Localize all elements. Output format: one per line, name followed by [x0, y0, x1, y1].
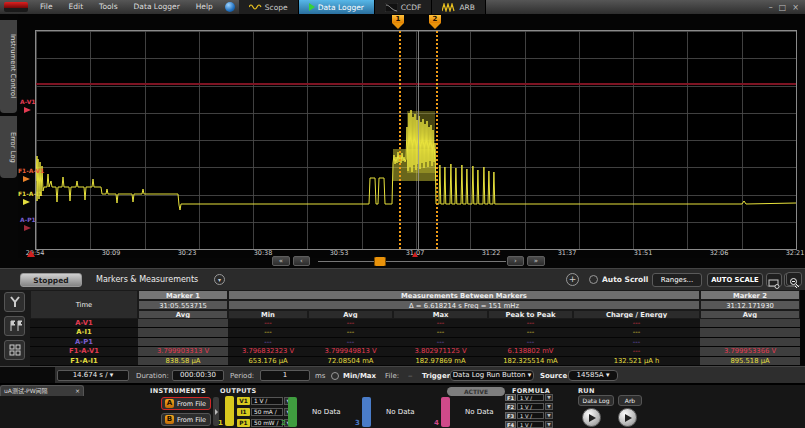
channel-1-bar[interactable] — [225, 396, 234, 426]
menu-bar: File Edit Tools Data Logger Help Scope D… — [0, 0, 805, 14]
auto-scale-button[interactable]: AUTO SCALE — [707, 273, 763, 287]
trace-pointer-a-v1[interactable] — [24, 107, 31, 113]
formula-f3-field[interactable]: 1 V / — [517, 412, 544, 419]
channel-2-number: 2 — [281, 419, 286, 427]
v1-badge[interactable]: V1 — [237, 397, 250, 405]
timescale-dropdown[interactable]: 14.674 s / ▾ — [57, 370, 129, 381]
trigger-dropdown[interactable]: Data Log Run Button ▾ — [450, 370, 534, 381]
table-cell — [138, 338, 228, 347]
formula-f2-field[interactable]: 1 V / — [517, 403, 544, 410]
trace-label-a-v1[interactable]: A-V1 — [20, 98, 36, 105]
tab-data-logger[interactable]: Data Logger — [299, 0, 375, 14]
minmax-checkbox[interactable] — [331, 372, 339, 380]
sidebar-tab-error-log[interactable]: Error Log — [0, 116, 17, 178]
formula-f4-dropdown[interactable]: ▼ — [545, 421, 553, 428]
scroll-forward-fast-button[interactable]: » — [527, 256, 545, 266]
trace-pointer-f1-a-i1[interactable] — [23, 199, 30, 205]
minmax-label: Min/Max — [343, 372, 376, 380]
tab-scope[interactable]: Scope — [239, 0, 299, 14]
formula-f2-badge[interactable]: F2 — [505, 403, 516, 410]
table-cell — [700, 328, 800, 337]
formula-f1-badge[interactable]: F1 — [505, 394, 516, 401]
sidebar-tab-instrument-control[interactable]: Instrument Control — [0, 20, 17, 113]
active-session-tab[interactable]: ACTIVE — [447, 387, 505, 396]
i1-range-field[interactable]: 50 mA / — [251, 408, 283, 416]
formula-f3-dropdown[interactable]: ▼ — [545, 412, 553, 419]
datalog-session-tab[interactable]: uA测试-PW间隔 × — [0, 385, 84, 396]
table-cell: 132.521 µA h — [573, 357, 700, 366]
markers-dropdown-button[interactable]: ▾ — [214, 274, 225, 285]
formula-f3-badge[interactable]: F3 — [505, 412, 516, 419]
data-logger-window: File Edit Tools Data Logger Help Scope D… — [0, 0, 805, 428]
scroll-track[interactable] — [318, 261, 506, 262]
formula-f4-badge[interactable]: F4 — [505, 421, 516, 428]
trace-label-f1-a-i1[interactable]: F1-A-I1 — [18, 190, 42, 197]
channel-4-bar[interactable] — [441, 397, 450, 427]
menu-data-logger[interactable]: Data Logger — [126, 0, 188, 14]
tab-close-icon[interactable]: × — [75, 386, 80, 396]
trace-pointer-f1-a-v1[interactable] — [23, 176, 30, 182]
instrument-b-button[interactable]: B From File — [161, 413, 211, 426]
window-minimize-button[interactable]: – — [769, 3, 773, 12]
table-cell: --- — [488, 328, 573, 337]
scroll-handle[interactable] — [374, 257, 386, 266]
formula-f2-dropdown[interactable]: ▼ — [545, 403, 553, 410]
table-cell — [138, 328, 228, 337]
marker-1-line[interactable] — [399, 31, 401, 249]
formula-f4-field[interactable]: 1 V / — [517, 421, 544, 428]
window-restore-button[interactable]: □ — [779, 3, 787, 12]
source-dropdown[interactable]: 14585A ▾ — [568, 370, 618, 381]
setup-tool-button[interactable] — [4, 292, 25, 312]
chart-region: 1 2 A-V1 F1-A-V1 F1-A-I1 A-P1 29:5430:09… — [18, 14, 805, 258]
file-label: File: — [385, 372, 399, 380]
capture-button[interactable] — [766, 273, 782, 287]
menu-tools[interactable]: Tools — [91, 0, 125, 14]
chart-canvas[interactable] — [35, 30, 797, 250]
channel-3-bar[interactable] — [362, 397, 371, 427]
duration-field[interactable]: 000:00:30 — [172, 370, 224, 381]
v1-range-field[interactable]: 1 V / — [251, 397, 283, 405]
period-field[interactable]: 1 — [260, 370, 310, 381]
markers-tool-button[interactable] — [4, 316, 25, 336]
menu-edit[interactable]: Edit — [61, 0, 92, 14]
scroll-forward-button[interactable]: › — [507, 256, 524, 266]
trace-label-f1-a-v1[interactable]: F1-A-V1 — [18, 167, 44, 174]
instrument-a-button[interactable]: A From File — [161, 397, 211, 410]
p1-range-field[interactable]: 50 mW / — [251, 419, 283, 427]
formula-f1-dropdown[interactable]: ▼ — [545, 394, 553, 401]
tab-arb[interactable]: ARB — [432, 0, 486, 14]
zoom-fit-button[interactable]: + — [566, 273, 579, 286]
formula-f1-field[interactable]: 1 V / — [517, 394, 544, 401]
ranges-button[interactable]: Ranges... — [652, 273, 702, 287]
arb-play-button[interactable] — [618, 408, 637, 427]
source-label: Source — [540, 372, 567, 380]
channel-2-bar[interactable] — [288, 397, 297, 427]
scroll-back-button[interactable]: ‹ — [293, 256, 310, 266]
play-icon — [589, 414, 596, 422]
auto-scroll-radio[interactable] — [589, 275, 598, 284]
run-stop-button[interactable]: Stopped — [20, 273, 82, 287]
scroll-back-fast-button[interactable]: « — [272, 256, 290, 266]
trace-label-a-p1[interactable]: A-P1 — [20, 216, 36, 223]
marker-2-line[interactable] — [436, 31, 438, 249]
arb-button[interactable]: Arb — [618, 395, 642, 406]
outputs-header: OUTPUTS — [220, 387, 257, 395]
zoom-out-button[interactable] — [786, 272, 802, 286]
menu-help[interactable]: Help — [188, 0, 221, 14]
splitter-handle[interactable]: ‒ — [408, 372, 412, 380]
grid-tool-button[interactable] — [4, 340, 25, 360]
trace-pointer-a-p1[interactable] — [24, 225, 31, 231]
menu-file[interactable]: File — [32, 0, 61, 14]
time-cursor[interactable] — [418, 31, 419, 249]
screen-capture-icon — [768, 279, 780, 289]
data-log-button[interactable]: Data Log — [578, 395, 614, 406]
tab-ccdf[interactable]: CCDF — [375, 0, 433, 14]
marker-1-arrow[interactable]: 1 — [392, 15, 404, 29]
p1-badge[interactable]: P1 — [237, 419, 250, 427]
channel-2-no-data: No Data — [312, 408, 340, 416]
transport-bar: Stopped Markers & Measurements ▾ + Auto … — [0, 268, 805, 290]
data-log-play-button[interactable] — [582, 408, 601, 427]
i1-badge[interactable]: I1 — [237, 408, 250, 416]
window-close-button[interactable]: × — [792, 3, 799, 12]
marker-2-arrow[interactable]: 2 — [429, 15, 441, 29]
